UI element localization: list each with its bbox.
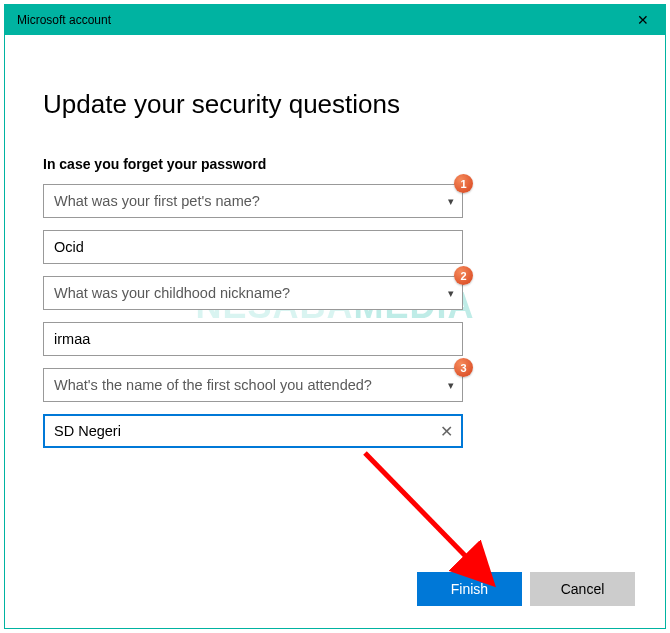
- annotation-badge-3: 3: [454, 358, 473, 377]
- clear-icon[interactable]: ✕: [440, 422, 453, 441]
- question-1-select[interactable]: What was your first pet's name? ▾: [43, 184, 463, 218]
- question-3-select[interactable]: What's the name of the first school you …: [43, 368, 463, 402]
- close-icon[interactable]: ✕: [637, 12, 649, 28]
- button-row: Finish Cancel: [417, 572, 635, 606]
- finish-button[interactable]: Finish: [417, 572, 522, 606]
- content-area: Update your security questions In case y…: [5, 35, 665, 448]
- question-3-select-wrap: 3 What's the name of the first school yo…: [43, 368, 463, 402]
- question-2-label: What was your childhood nickname?: [54, 285, 290, 301]
- cancel-button[interactable]: Cancel: [530, 572, 635, 606]
- answer-2-input[interactable]: [43, 322, 463, 356]
- answer-1-input[interactable]: [43, 230, 463, 264]
- svg-line-1: [365, 453, 482, 573]
- annotation-badge-1: 1: [454, 174, 473, 193]
- annotation-badge-2: 2: [454, 266, 473, 285]
- question-1-label: What was your first pet's name?: [54, 193, 260, 209]
- chevron-down-icon: ▾: [448, 379, 454, 392]
- titlebar: Microsoft account ✕: [5, 5, 665, 35]
- chevron-down-icon: ▾: [448, 287, 454, 300]
- page-title: Update your security questions: [43, 89, 627, 120]
- question-2-select-wrap: 2 What was your childhood nickname? ▾: [43, 276, 463, 310]
- answer-3-input[interactable]: [43, 414, 463, 448]
- question-1-select-wrap: 1 What was your first pet's name? ▾: [43, 184, 463, 218]
- answer-1-wrap: [43, 230, 463, 264]
- window-title: Microsoft account: [17, 13, 111, 27]
- question-2-select[interactable]: What was your childhood nickname? ▾: [43, 276, 463, 310]
- question-3-label: What's the name of the first school you …: [54, 377, 372, 393]
- answer-2-wrap: [43, 322, 463, 356]
- page-subheading: In case you forget your password: [43, 156, 627, 172]
- window-frame: Microsoft account ✕ NESABAMEDIA Update y…: [4, 4, 666, 629]
- answer-3-wrap: ✕: [43, 414, 463, 448]
- chevron-down-icon: ▾: [448, 195, 454, 208]
